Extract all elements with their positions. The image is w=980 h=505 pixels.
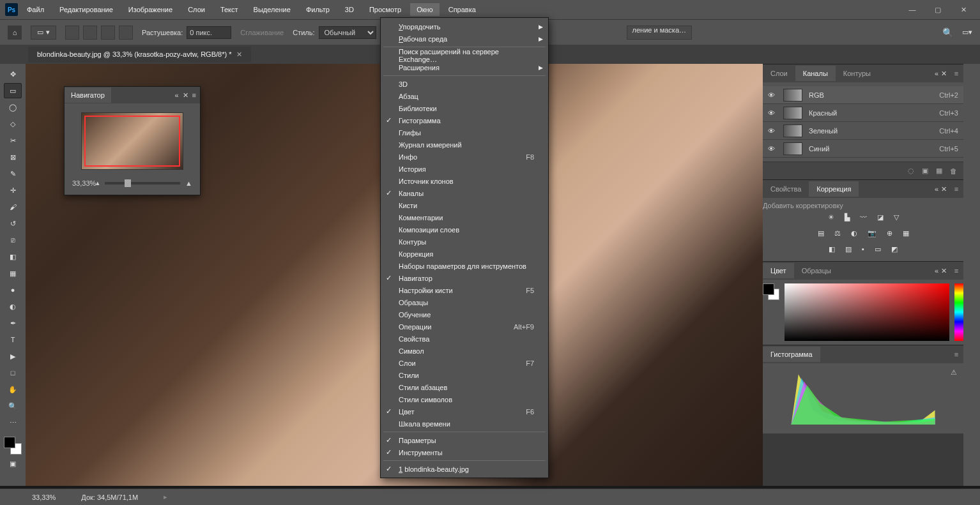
menu-item[interactable]: Символ <box>381 345 548 357</box>
menu-item[interactable]: Глифы <box>381 126 548 139</box>
close-tab-icon[interactable]: ✕ <box>236 50 242 59</box>
selective-color-icon[interactable]: ◩ <box>891 245 898 253</box>
crop-tool-icon[interactable]: ✂ <box>4 133 22 148</box>
gradient-map-icon[interactable]: ▭ <box>875 245 881 253</box>
curves-icon[interactable]: 〰 <box>860 213 867 222</box>
frame-tool-icon[interactable]: ⊠ <box>4 149 22 165</box>
window-minimize-icon[interactable]: — <box>906 4 919 15</box>
navigator-tab[interactable]: Навигатор <box>65 87 111 103</box>
marquee-tool-icon[interactable]: ▭ <box>4 83 22 98</box>
channel-row[interactable]: 👁КрасныйCtrl+3 <box>763 104 963 122</box>
navigator-thumbnail[interactable] <box>81 112 183 170</box>
invert-icon[interactable]: ◧ <box>829 245 835 253</box>
panel-menu-icon[interactable]: ≡ <box>192 91 196 100</box>
zoom-out-icon[interactable]: ▴ <box>96 179 100 187</box>
panel-collapse-icon[interactable]: « <box>935 267 938 275</box>
posterize-icon[interactable]: ▨ <box>845 245 852 253</box>
gradient-tool-icon[interactable]: ▦ <box>4 266 22 281</box>
hand-tool-icon[interactable]: ✋ <box>4 382 22 397</box>
zoom-in-icon[interactable]: ▲ <box>185 179 192 187</box>
edit-toolbar-icon[interactable]: ⋯ <box>4 415 22 430</box>
visibility-eye-icon[interactable]: 👁 <box>768 127 777 135</box>
lasso-tool-icon[interactable]: ◯ <box>4 100 22 115</box>
menu-item[interactable]: История <box>381 163 548 175</box>
menu-item[interactable]: Обучение <box>381 308 548 320</box>
window-maximize-icon[interactable]: ▢ <box>931 4 944 15</box>
blur-tool-icon[interactable]: ● <box>4 282 22 298</box>
color-panel-swatch[interactable] <box>763 283 779 300</box>
tab-layers[interactable]: Слои <box>763 66 795 81</box>
eyedropper-tool-icon[interactable]: ✎ <box>4 166 22 181</box>
app-logo[interactable]: Ps <box>5 3 18 16</box>
menu-item[interactable]: Композиции слоев <box>381 223 548 236</box>
menu-item[interactable]: Абзац <box>381 90 548 102</box>
tab-histogram[interactable]: Гистограмма <box>763 347 820 362</box>
panel-menu-icon[interactable]: ≡ <box>949 185 963 193</box>
panel-close-icon[interactable]: ✕ <box>941 185 947 193</box>
path-selection-tool-icon[interactable]: ▶ <box>4 349 22 364</box>
antialias-checkbox[interactable]: Сглаживание <box>240 29 284 36</box>
menu-item[interactable]: ✓Гистограмма <box>381 114 548 126</box>
threshold-icon[interactable]: ▪ <box>862 245 864 253</box>
status-zoom[interactable]: 33,33% <box>32 494 56 501</box>
vibrance-icon[interactable]: ▽ <box>894 213 899 222</box>
menu-item[interactable]: Свойства <box>381 333 548 345</box>
visibility-eye-icon[interactable]: 👁 <box>768 145 777 153</box>
navigator-zoom-slider[interactable] <box>105 182 180 185</box>
menu-help[interactable]: Справка <box>442 3 482 16</box>
tab-color[interactable]: Цвет <box>763 263 794 278</box>
exposure-icon[interactable]: ◪ <box>877 213 884 222</box>
navigator-zoom-value[interactable]: 33,33% <box>72 179 96 187</box>
tab-properties[interactable]: Свойства <box>763 181 809 197</box>
menu-item[interactable]: Коррекция <box>381 248 548 260</box>
color-lookup-icon[interactable]: ▦ <box>903 229 909 237</box>
black-white-icon[interactable]: ◐ <box>851 229 857 237</box>
menu-item[interactable]: Наборы параметров для инструментов <box>381 260 548 272</box>
menu-item[interactable]: Рабочая среда▶ <box>381 33 548 45</box>
panel-collapse-icon[interactable]: « <box>935 70 938 77</box>
screen-mode-icon[interactable]: ▣ <box>4 456 22 471</box>
menu-3d[interactable]: 3D <box>339 3 360 16</box>
panel-menu-icon[interactable]: ≡ <box>949 350 963 358</box>
tab-adjustments[interactable]: Коррекция <box>809 181 859 197</box>
menu-item[interactable]: Журнал измерений <box>381 139 548 151</box>
menu-view[interactable]: Просмотр <box>363 3 408 16</box>
tab-paths[interactable]: Контуры <box>836 66 878 81</box>
menu-item[interactable]: Шкала времени <box>381 418 548 430</box>
channel-row[interactable]: 👁RGBCtrl+2 <box>763 86 963 104</box>
levels-icon[interactable]: ▙ <box>845 213 850 222</box>
sel-intersect-icon[interactable] <box>119 26 133 40</box>
menu-item[interactable]: Расширения▶ <box>381 61 548 73</box>
workspace-switcher-icon[interactable]: ▭▾ <box>962 28 972 36</box>
menu-image[interactable]: Изображение <box>122 3 179 16</box>
sel-new-icon[interactable] <box>65 26 79 40</box>
save-selection-icon[interactable]: ▣ <box>922 167 928 175</box>
eraser-tool-icon[interactable]: ◧ <box>4 249 22 264</box>
zoom-tool-icon[interactable]: 🔍 <box>4 398 22 414</box>
select-mask-button[interactable]: ление и маска… <box>627 26 692 40</box>
photo-filter-icon[interactable]: 📷 <box>868 229 877 237</box>
menu-select[interactable]: Выделение <box>247 3 297 16</box>
panel-collapse-icon[interactable]: « <box>935 185 938 193</box>
sel-add-icon[interactable] <box>83 26 97 40</box>
histogram-warning-icon[interactable]: ⚠ <box>951 368 957 377</box>
panel-close-icon[interactable]: ✕ <box>183 91 188 100</box>
color-swatch[interactable] <box>4 437 22 455</box>
menu-item[interactable]: ✓Инструменты <box>381 446 548 458</box>
menu-item[interactable]: СлоиF7 <box>381 357 548 369</box>
menu-filter[interactable]: Фильтр <box>300 3 336 16</box>
menu-item[interactable]: 3D <box>381 78 548 90</box>
menu-item[interactable]: Библиотеки <box>381 102 548 114</box>
polygonal-lasso-tool-icon[interactable]: ◇ <box>4 116 22 132</box>
selection-from-channel-icon[interactable]: ◌ <box>908 167 914 175</box>
menu-item[interactable]: Стили абзацев <box>381 381 548 393</box>
menu-item[interactable]: Поиск расширений на сервере Exchange… <box>381 49 548 61</box>
panel-collapse-icon[interactable]: « <box>174 91 178 100</box>
window-close-icon[interactable]: ✕ <box>957 4 970 15</box>
status-doc-size[interactable]: Док: 34,5M/71,1M <box>81 494 138 501</box>
menu-item[interactable]: Стили символов <box>381 393 548 405</box>
brightness-contrast-icon[interactable]: ☀ <box>828 213 834 222</box>
new-channel-icon[interactable]: ▦ <box>936 167 942 175</box>
tool-preset-dropdown[interactable]: ▭ ▾ <box>31 26 56 40</box>
menu-item[interactable]: Образцы <box>381 296 548 308</box>
